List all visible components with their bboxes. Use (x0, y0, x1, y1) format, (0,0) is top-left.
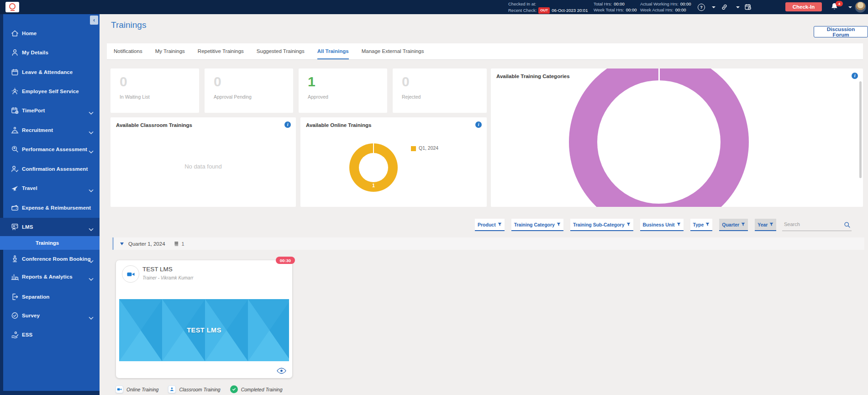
stat-card-approved[interactable]: 1 Approved (299, 68, 387, 113)
logo-underline (11, 10, 15, 11)
view-eye-icon[interactable] (277, 367, 286, 374)
stat-label: Approval Pending (214, 94, 293, 100)
app-logo[interactable] (5, 2, 19, 12)
legend-swatch[interactable] (411, 146, 416, 151)
training-type-circle (122, 265, 139, 283)
sidebar-item-label: Employee Self Service (22, 89, 79, 94)
checked-in-at-label: Checked In at: (508, 1, 536, 6)
sidebar-item-employee-self-service[interactable]: Employee Self Service (0, 82, 100, 100)
panel-title: Available Training Categories (496, 74, 570, 79)
filter-type[interactable]: Type (690, 219, 713, 231)
total-hrs-label: Total Hrs: (594, 1, 612, 6)
tab-notifications[interactable]: Notifications (114, 43, 142, 59)
week-total-hrs-label: Week Total Hrs: (594, 7, 624, 12)
sidebar-item-separation[interactable]: Separation (0, 288, 100, 306)
chevron-down-icon[interactable] (848, 6, 852, 8)
info-icon[interactable]: i (852, 73, 858, 79)
filter-label: Year (758, 222, 768, 227)
sidebar-subitem-label: Trainings (36, 240, 59, 246)
video-camera-icon (116, 385, 123, 393)
link-icon[interactable] (721, 3, 728, 11)
filter-bar: Product Training Category Training Sub-C… (475, 219, 776, 231)
sidebar-collapse-button[interactable]: ‹ (90, 16, 98, 25)
sidebar-item-my-details[interactable]: My Details (0, 43, 100, 62)
legend-label[interactable]: Q1, 2024 (419, 145, 438, 151)
search-input[interactable] (783, 221, 842, 227)
tab-suggested-trainings[interactable]: Suggested Trainings (257, 43, 305, 59)
sidebar-item-home[interactable]: Home (0, 24, 100, 42)
stat-label: In Waiting List (120, 94, 199, 100)
filter-label: Product (478, 222, 496, 227)
tab-repetitive-trainings[interactable]: Repetitive Trainings (198, 43, 244, 59)
filter-product[interactable]: Product (475, 219, 505, 231)
stat-label: Approved (308, 94, 387, 100)
sidebar-item-conference-room-booking[interactable]: Conference Room Booking (0, 250, 100, 268)
chevron-down-icon[interactable] (712, 6, 715, 8)
discussion-forum-button[interactable]: Discussion Forum (814, 26, 868, 37)
stat-card-approval-pending[interactable]: 0 Approval Pending (205, 68, 293, 113)
thumbnail-text: TEST LMS (119, 299, 289, 361)
categories-donut-chart[interactable] (491, 68, 863, 207)
quarter-group-accordion[interactable]: Quarter 1, 2024 1 (112, 237, 864, 250)
sidebar-item-confirmation-assessment[interactable]: Confirmation Assessment (0, 160, 100, 178)
attendance-calendar-icon[interactable] (744, 3, 752, 11)
sidebar-item-survey[interactable]: Survey (0, 306, 100, 325)
calendar-clock-icon (11, 106, 19, 115)
funnel-icon (741, 222, 745, 226)
sidebar-item-label: Survey (22, 313, 40, 318)
notification-count-badge: 4 (836, 1, 843, 6)
filter-training-sub-category[interactable]: Training Sub-Category (570, 219, 633, 231)
training-type-legend: Online Training Classroom Training Compl… (116, 385, 283, 393)
tab-my-trainings[interactable]: My Trainings (155, 43, 185, 59)
lms-icon (11, 223, 19, 232)
stat-value: 1 (308, 74, 387, 89)
stat-card-rejected[interactable]: 0 Rejected (393, 68, 487, 113)
actual-working-hrs-value: 00:00 (680, 1, 691, 6)
sidebar-bottom-scrollbar[interactable] (0, 391, 100, 395)
training-thumbnail: TEST LMS (119, 299, 289, 361)
filter-training-category[interactable]: Training Category (511, 219, 563, 231)
chevron-down-icon (89, 128, 94, 132)
sidebar-item-lms[interactable]: LMS (0, 218, 100, 236)
search-box (782, 220, 852, 231)
funnel-icon (498, 222, 502, 226)
training-card[interactable]: 00:30 TEST LMS Trainer - Vikramk Kumarr (116, 260, 292, 378)
filter-label: Training Category (514, 222, 555, 227)
sidebar-item-leave-attendance[interactable]: Leave & Attendance (0, 63, 100, 81)
panel-scrollbar[interactable] (859, 81, 862, 178)
actual-working-hrs-label: Actual Working Hrs: (640, 1, 679, 6)
sidebar-item-timeport[interactable]: TimePort (0, 101, 100, 120)
person-check-icon (11, 165, 19, 174)
sidebar-item-performance-assessment[interactable]: Performance Assessment (0, 140, 100, 158)
recent-check-label: Recent Check: (508, 7, 537, 12)
info-icon[interactable]: i (284, 121, 291, 128)
sidebar-item-expense-reimbursement[interactable]: Expense & Reimbursement (0, 199, 100, 217)
chevron-down-icon (89, 314, 94, 317)
info-icon[interactable]: i (475, 121, 482, 128)
tab-all-trainings[interactable]: All Trainings (317, 43, 349, 59)
notifications-bell[interactable]: 4 (830, 2, 840, 12)
sidebar-item-label: LMS (22, 224, 33, 230)
funnel-icon (557, 222, 561, 226)
help-icon[interactable]: ? (698, 4, 705, 11)
sidebar-item-label: Performance Assessment (22, 147, 87, 152)
stat-card-waiting-list[interactable]: 0 In Waiting List (110, 68, 199, 113)
search-icon[interactable] (844, 221, 851, 228)
sidebar-item-travel[interactable]: Travel (0, 179, 100, 197)
filter-business-unit[interactable]: Business Unit (640, 219, 684, 231)
filter-year[interactable]: Year (755, 219, 776, 231)
check-in-button[interactable]: Check-In (785, 2, 822, 11)
user-avatar[interactable] (855, 1, 866, 13)
filter-quarter[interactable]: Quarter (719, 219, 748, 231)
duration-badge: 00:30 (276, 257, 295, 264)
legend-label: Online Training (126, 387, 158, 392)
check-circle-icon (11, 311, 19, 320)
tab-manage-external-trainings[interactable]: Manage External Trainings (362, 43, 424, 59)
sidebar-subitem-trainings[interactable]: Trainings (0, 236, 100, 250)
chevron-down-icon[interactable] (736, 6, 740, 8)
sidebar-item-recruitment[interactable]: Recruitment (0, 121, 100, 139)
sidebar-item-label: Expense & Reimbursement (22, 205, 91, 211)
sidebar-item-label: Separation (22, 294, 49, 300)
sidebar-item-reports-analytics[interactable]: Reports & Analytics (0, 268, 100, 286)
sidebar-item-ess[interactable]: ESS (0, 326, 100, 344)
